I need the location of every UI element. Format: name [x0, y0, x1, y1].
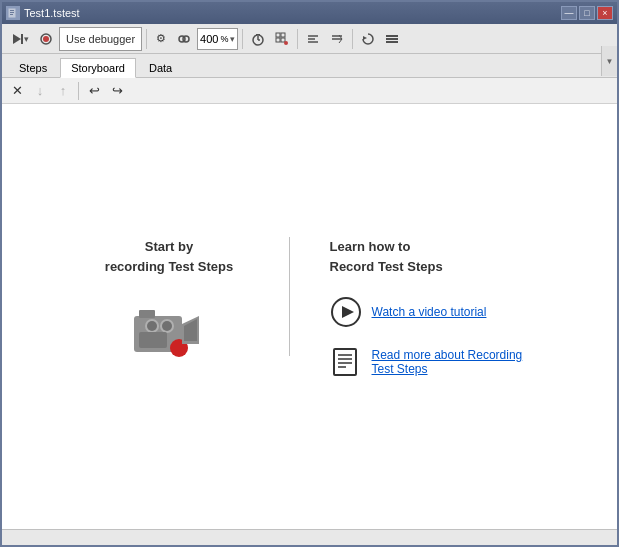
left-panel: Start byrecording Test Steps	[90, 237, 290, 356]
left-panel-text: Start byrecording Test Steps	[105, 237, 233, 276]
title-bar-controls: — □ ×	[561, 6, 613, 20]
svg-rect-16	[276, 38, 280, 42]
title-bar-text: Test1.tstest	[6, 6, 561, 20]
svg-marker-4	[13, 34, 21, 44]
list-button[interactable]	[381, 27, 403, 51]
align-left-button[interactable]	[302, 27, 324, 51]
delete-button[interactable]: ✕	[6, 80, 28, 102]
tabs-row: Steps Storyboard Data	[2, 54, 617, 78]
refresh-button[interactable]	[357, 27, 379, 51]
readmore-link[interactable]: Read more about RecordingTest Steps	[372, 348, 523, 376]
svg-rect-27	[386, 41, 398, 43]
tab-storyboard[interactable]: Storyboard	[60, 58, 136, 78]
content-wrapper: Start byrecording Test Steps	[70, 217, 550, 416]
window-title: Test1.tstest	[24, 7, 80, 19]
svg-rect-15	[281, 33, 285, 37]
svg-rect-26	[386, 38, 398, 40]
zoom-dropdown-icon[interactable]: ▾	[230, 34, 235, 44]
svg-rect-3	[10, 14, 13, 15]
toolbar-scroll[interactable]: ▼	[601, 46, 617, 76]
redo-button[interactable]: ↪	[106, 80, 128, 102]
camera-icon	[129, 296, 209, 356]
video-link[interactable]: Watch a video tutorial	[372, 305, 487, 319]
main-toolbar: ▾ Use debugger ⚙ 400	[2, 24, 617, 54]
svg-marker-24	[363, 36, 367, 40]
title-bar: Test1.tstest — □ ×	[2, 2, 617, 24]
svg-rect-40	[334, 349, 356, 375]
zoom-unit: %	[220, 34, 228, 44]
status-bar	[2, 529, 617, 545]
svg-rect-25	[386, 35, 398, 37]
grid-button[interactable]	[271, 27, 293, 51]
svg-point-7	[43, 36, 49, 42]
separator-3	[297, 29, 298, 49]
move-up-button[interactable]: ↑	[52, 80, 74, 102]
close-button[interactable]: ×	[597, 6, 613, 20]
main-content-area: Start byrecording Test Steps	[2, 104, 617, 529]
file-icon	[6, 6, 20, 20]
svg-point-18	[284, 41, 288, 45]
play-icon	[330, 296, 362, 328]
svg-rect-5	[21, 34, 23, 44]
run-dropdown-button[interactable]: ▾	[6, 27, 33, 51]
filter-button[interactable]	[326, 27, 348, 51]
zoom-value: 400	[200, 33, 218, 45]
action-separator	[78, 82, 79, 100]
action-bar: ✕ ↓ ↑ ↩ ↪	[2, 78, 617, 104]
svg-point-9	[183, 36, 189, 42]
tab-steps[interactable]: Steps	[8, 58, 58, 78]
timer-button[interactable]	[247, 27, 269, 51]
svg-rect-17	[281, 38, 285, 42]
spy-button[interactable]	[173, 27, 195, 51]
maximize-button[interactable]: □	[579, 6, 595, 20]
document-icon	[330, 346, 362, 378]
svg-marker-39	[342, 306, 354, 318]
svg-rect-34	[139, 332, 167, 348]
svg-rect-14	[276, 33, 280, 37]
svg-rect-13	[256, 34, 260, 35]
tab-data[interactable]: Data	[138, 58, 183, 78]
right-panel: Learn how toRecord Test Steps Watch a vi…	[290, 237, 530, 396]
separator-2	[242, 29, 243, 49]
minimize-button[interactable]: —	[561, 6, 577, 20]
svg-rect-33	[139, 310, 155, 318]
video-link-item: Watch a video tutorial	[330, 296, 530, 328]
zoom-combo[interactable]: 400 % ▾	[197, 28, 238, 50]
record-button[interactable]	[35, 27, 57, 51]
svg-rect-2	[10, 12, 14, 13]
undo-button[interactable]: ↩	[83, 80, 105, 102]
use-debugger-button[interactable]: Use debugger	[59, 27, 142, 51]
svg-rect-1	[10, 10, 14, 11]
readmore-link-item: Read more about RecordingTest Steps	[330, 346, 530, 378]
move-down-button[interactable]: ↓	[29, 80, 51, 102]
svg-point-30	[147, 321, 157, 331]
right-panel-title: Learn how toRecord Test Steps	[330, 237, 530, 276]
window-frame: Test1.tstest — □ × ▾	[0, 0, 619, 547]
settings-button[interactable]: ⚙	[151, 27, 171, 51]
svg-point-32	[162, 321, 172, 331]
separator-4	[352, 29, 353, 49]
separator-1	[146, 29, 147, 49]
